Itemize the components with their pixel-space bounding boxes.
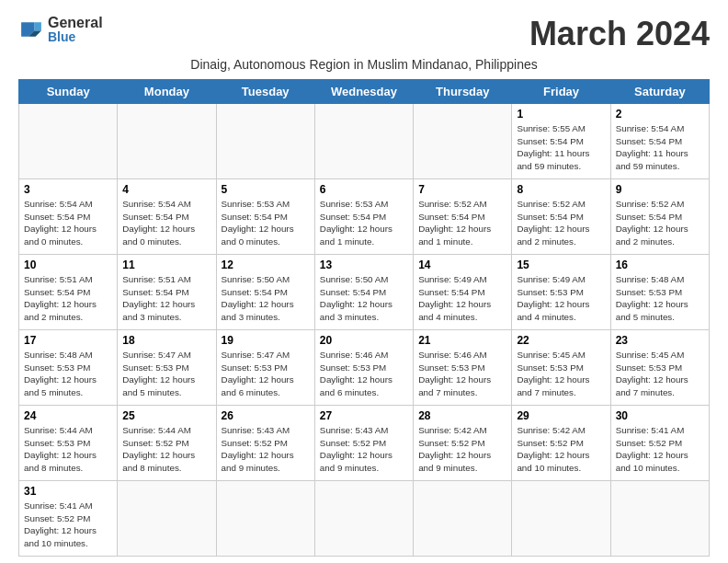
- calendar-day-cell: 25Sunrise: 5:44 AM Sunset: 5:52 PM Dayli…: [118, 406, 216, 481]
- calendar-day-cell: 14Sunrise: 5:49 AM Sunset: 5:54 PM Dayli…: [414, 255, 512, 330]
- calendar-day-cell: 18Sunrise: 5:47 AM Sunset: 5:53 PM Dayli…: [118, 330, 216, 406]
- day-info: Sunrise: 5:53 AM Sunset: 5:54 PM Dayligh…: [222, 198, 310, 248]
- day-number: 29: [517, 409, 605, 422]
- calendar-day-cell: 22Sunrise: 5:45 AM Sunset: 5:53 PM Dayli…: [512, 330, 610, 406]
- day-number: 28: [418, 409, 506, 422]
- day-info: Sunrise: 5:42 AM Sunset: 5:52 PM Dayligh…: [517, 424, 605, 475]
- day-number: 14: [418, 259, 506, 271]
- day-number: 23: [616, 334, 704, 347]
- day-number: 10: [24, 259, 112, 271]
- day-info: Sunrise: 5:54 AM Sunset: 5:54 PM Dayligh…: [122, 198, 210, 248]
- calendar-day-cell: 27Sunrise: 5:43 AM Sunset: 5:52 PM Dayli…: [314, 406, 413, 481]
- day-number: 16: [616, 259, 704, 271]
- day-number: 7: [418, 183, 506, 196]
- day-info: Sunrise: 5:50 AM Sunset: 5:54 PM Dayligh…: [320, 273, 408, 324]
- day-number: 25: [122, 409, 210, 422]
- day-number: 26: [222, 409, 310, 422]
- logo-icon: [18, 17, 44, 42]
- calendar-day-cell: 21Sunrise: 5:46 AM Sunset: 5:53 PM Dayli…: [414, 330, 512, 406]
- calendar-day-cell: [314, 104, 413, 179]
- day-info: Sunrise: 5:54 AM Sunset: 5:54 PM Dayligh…: [616, 122, 704, 173]
- day-number: 6: [320, 183, 408, 196]
- calendar-day-cell: 19Sunrise: 5:47 AM Sunset: 5:53 PM Dayli…: [216, 330, 314, 406]
- calendar-day-cell: 23Sunrise: 5:45 AM Sunset: 5:53 PM Dayli…: [610, 330, 709, 406]
- day-number: 8: [517, 183, 605, 196]
- calendar-day-cell: 12Sunrise: 5:50 AM Sunset: 5:54 PM Dayli…: [216, 255, 314, 330]
- day-number: 30: [616, 409, 704, 422]
- calendar-week-row: 17Sunrise: 5:48 AM Sunset: 5:53 PM Dayli…: [19, 330, 710, 406]
- day-info: Sunrise: 5:41 AM Sunset: 5:52 PM Dayligh…: [616, 424, 704, 475]
- day-number: 27: [320, 409, 408, 422]
- calendar-day-cell: [118, 104, 216, 179]
- day-number: 5: [222, 183, 310, 196]
- calendar-week-row: 31Sunrise: 5:41 AM Sunset: 5:52 PM Dayli…: [19, 481, 710, 557]
- day-info: Sunrise: 5:52 AM Sunset: 5:54 PM Dayligh…: [418, 198, 506, 248]
- day-number: 21: [418, 334, 506, 347]
- day-info: Sunrise: 5:47 AM Sunset: 5:53 PM Dayligh…: [222, 349, 310, 399]
- calendar-day-cell: 16Sunrise: 5:48 AM Sunset: 5:53 PM Dayli…: [610, 255, 709, 330]
- day-info: Sunrise: 5:46 AM Sunset: 5:53 PM Dayligh…: [418, 349, 506, 399]
- day-header-wednesday: Wednesday: [314, 80, 413, 104]
- calendar-day-cell: 17Sunrise: 5:48 AM Sunset: 5:53 PM Dayli…: [19, 330, 118, 406]
- day-header-monday: Monday: [118, 80, 216, 104]
- calendar-day-cell: 3Sunrise: 5:54 AM Sunset: 5:54 PM Daylig…: [19, 179, 118, 255]
- calendar-day-cell: 13Sunrise: 5:50 AM Sunset: 5:54 PM Dayli…: [314, 255, 413, 330]
- day-info: Sunrise: 5:46 AM Sunset: 5:53 PM Dayligh…: [320, 349, 408, 399]
- calendar-day-cell: [19, 104, 118, 179]
- calendar-day-cell: 31Sunrise: 5:41 AM Sunset: 5:52 PM Dayli…: [19, 481, 118, 557]
- calendar-day-cell: 20Sunrise: 5:46 AM Sunset: 5:53 PM Dayli…: [314, 330, 413, 406]
- day-info: Sunrise: 5:52 AM Sunset: 5:54 PM Dayligh…: [517, 198, 605, 248]
- day-info: Sunrise: 5:41 AM Sunset: 5:52 PM Dayligh…: [24, 500, 112, 550]
- calendar-day-cell: [314, 481, 413, 557]
- day-info: Sunrise: 5:43 AM Sunset: 5:52 PM Dayligh…: [320, 424, 408, 475]
- day-info: Sunrise: 5:44 AM Sunset: 5:53 PM Dayligh…: [24, 424, 112, 475]
- day-info: Sunrise: 5:55 AM Sunset: 5:54 PM Dayligh…: [517, 122, 605, 173]
- day-info: Sunrise: 5:51 AM Sunset: 5:54 PM Dayligh…: [24, 273, 112, 324]
- calendar-day-cell: [610, 481, 709, 557]
- day-info: Sunrise: 5:52 AM Sunset: 5:54 PM Dayligh…: [616, 198, 704, 248]
- day-number: 13: [320, 259, 408, 271]
- page-header: General Blue March 2024: [18, 15, 710, 53]
- day-info: Sunrise: 5:47 AM Sunset: 5:53 PM Dayligh…: [122, 349, 210, 399]
- calendar-day-cell: 8Sunrise: 5:52 AM Sunset: 5:54 PM Daylig…: [512, 179, 610, 255]
- calendar-day-cell: 11Sunrise: 5:51 AM Sunset: 5:54 PM Dayli…: [118, 255, 216, 330]
- day-info: Sunrise: 5:50 AM Sunset: 5:54 PM Dayligh…: [222, 273, 310, 324]
- calendar-day-cell: [414, 104, 512, 179]
- day-info: Sunrise: 5:48 AM Sunset: 5:53 PM Dayligh…: [24, 349, 112, 399]
- calendar-day-cell: 30Sunrise: 5:41 AM Sunset: 5:52 PM Dayli…: [610, 406, 709, 481]
- calendar-day-cell: 28Sunrise: 5:42 AM Sunset: 5:52 PM Dayli…: [414, 406, 512, 481]
- day-number: 17: [24, 334, 112, 347]
- calendar-day-cell: [118, 481, 216, 557]
- day-number: 24: [24, 409, 112, 422]
- day-info: Sunrise: 5:48 AM Sunset: 5:53 PM Dayligh…: [616, 273, 704, 324]
- calendar-header-row: SundayMondayTuesdayWednesdayThursdayFrid…: [19, 80, 710, 104]
- calendar-table: SundayMondayTuesdayWednesdayThursdayFrid…: [18, 79, 710, 557]
- calendar-day-cell: 15Sunrise: 5:49 AM Sunset: 5:53 PM Dayli…: [512, 255, 610, 330]
- day-info: Sunrise: 5:42 AM Sunset: 5:52 PM Dayligh…: [418, 424, 506, 475]
- calendar-day-cell: 29Sunrise: 5:42 AM Sunset: 5:52 PM Dayli…: [512, 406, 610, 481]
- day-header-thursday: Thursday: [414, 80, 512, 104]
- day-info: Sunrise: 5:53 AM Sunset: 5:54 PM Dayligh…: [320, 198, 408, 248]
- day-info: Sunrise: 5:49 AM Sunset: 5:54 PM Dayligh…: [418, 273, 506, 324]
- calendar-day-cell: 2Sunrise: 5:54 AM Sunset: 5:54 PM Daylig…: [610, 104, 709, 179]
- calendar-day-cell: 7Sunrise: 5:52 AM Sunset: 5:54 PM Daylig…: [414, 179, 512, 255]
- calendar-day-cell: [512, 481, 610, 557]
- day-number: 19: [222, 334, 310, 347]
- calendar-day-cell: 4Sunrise: 5:54 AM Sunset: 5:54 PM Daylig…: [118, 179, 216, 255]
- day-number: 12: [222, 259, 310, 271]
- calendar-week-row: 1Sunrise: 5:55 AM Sunset: 5:54 PM Daylig…: [19, 104, 710, 179]
- calendar-day-cell: [414, 481, 512, 557]
- day-number: 11: [122, 259, 210, 271]
- day-header-friday: Friday: [512, 80, 610, 104]
- calendar-day-cell: 24Sunrise: 5:44 AM Sunset: 5:53 PM Dayli…: [19, 406, 118, 481]
- logo-text: General Blue: [48, 15, 103, 44]
- calendar-day-cell: 9Sunrise: 5:52 AM Sunset: 5:54 PM Daylig…: [610, 179, 709, 255]
- day-info: Sunrise: 5:44 AM Sunset: 5:52 PM Dayligh…: [122, 424, 210, 475]
- calendar-week-row: 10Sunrise: 5:51 AM Sunset: 5:54 PM Dayli…: [19, 255, 710, 330]
- day-info: Sunrise: 5:43 AM Sunset: 5:52 PM Dayligh…: [222, 424, 310, 475]
- logo: General Blue: [18, 15, 103, 44]
- day-number: 1: [517, 108, 605, 121]
- day-number: 22: [517, 334, 605, 347]
- subtitle: Dinaig, Autonomous Region in Muslim Mind…: [18, 57, 710, 72]
- day-header-saturday: Saturday: [610, 80, 709, 104]
